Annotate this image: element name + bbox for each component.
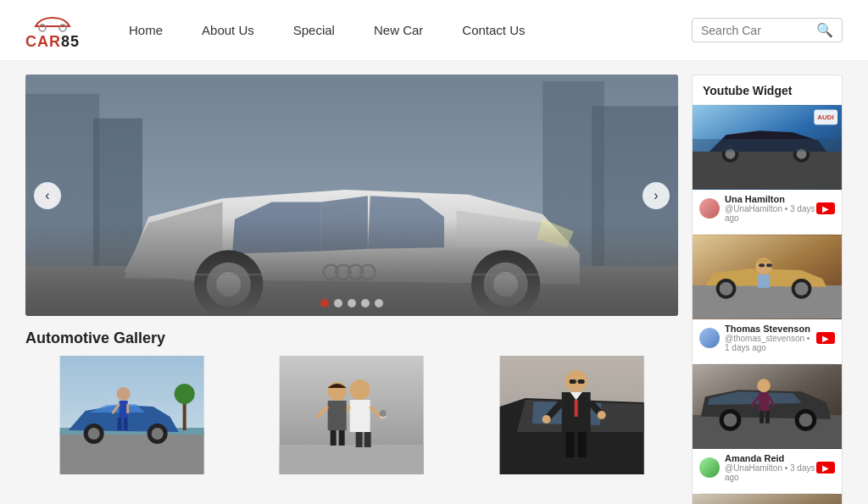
carousel: ‹ ›	[25, 75, 678, 316]
svg-rect-7	[25, 266, 678, 316]
right-column: Youtube Widget	[692, 75, 843, 504]
nav-special[interactable]: Special	[278, 16, 350, 44]
yt-user-info-3: Amanda Reid @UnaHamilton • 3 days ago	[699, 453, 816, 482]
youtube-widget-title: Youtube Widget	[693, 75, 842, 105]
nav-new-car[interactable]: New Car	[359, 16, 438, 44]
yt-entry-1: AUDI Una Hamilton @UnaHamilton • 3 days …	[693, 105, 842, 234]
yt-handle-1: @UnaHamilton • 3 days ago	[725, 204, 816, 223]
gallery-img-2	[245, 356, 458, 474]
svg-point-10	[216, 272, 241, 296]
carousel-prev-button[interactable]: ‹	[34, 182, 61, 209]
svg-point-86	[799, 413, 813, 427]
carousel-dots	[320, 299, 383, 307]
svg-rect-63	[693, 152, 842, 189]
carousel-dot-5[interactable]	[375, 299, 383, 307]
svg-point-87	[757, 379, 771, 392]
svg-point-35	[350, 379, 370, 400]
gallery-img-1	[25, 356, 238, 474]
yt-user-info-1: Una Hamilton @UnaHamilton • 3 days ago	[699, 194, 816, 223]
svg-point-14	[324, 265, 338, 280]
carousel-dot-2[interactable]	[334, 299, 342, 307]
svg-point-56	[597, 411, 605, 419]
svg-point-22	[88, 428, 100, 440]
yt-thumb-4-img	[693, 494, 842, 504]
svg-rect-72	[693, 285, 842, 319]
yt-handle-2: @thomas_stevenson • 1 days ago	[725, 334, 816, 352]
svg-rect-90	[765, 411, 770, 424]
yt-avatar-1	[699, 198, 720, 219]
svg-rect-38	[364, 432, 371, 447]
yt-thumb-1-img: AUDI	[693, 105, 842, 190]
gallery-item-1[interactable]	[25, 356, 238, 474]
yt-user-row-2: Thomas Stevenson @thomas_stevenson • 1 d…	[693, 319, 842, 357]
svg-point-16	[348, 265, 363, 280]
svg-rect-89	[760, 411, 764, 424]
svg-rect-37	[356, 432, 363, 447]
logo-car-svg	[27, 9, 78, 33]
yt-name-2: Thomas Stevenson	[725, 324, 816, 334]
svg-point-32	[175, 384, 195, 404]
carousel-image	[25, 75, 678, 316]
svg-rect-57	[565, 432, 574, 457]
nav-contact[interactable]: Contact Us	[447, 16, 540, 44]
svg-point-9	[207, 263, 251, 307]
main-nav: Home About Us Special New Car Contact Us	[114, 16, 692, 44]
carousel-dot-3[interactable]	[348, 299, 356, 307]
yt-name-3: Amanda Reid	[725, 453, 816, 463]
svg-rect-52	[574, 400, 577, 417]
svg-rect-43	[331, 430, 337, 446]
svg-rect-70	[693, 139, 842, 152]
header: CAR85 Home About Us Special New Car Cont…	[0, 0, 868, 61]
gallery-img-3	[465, 356, 678, 474]
svg-point-11	[471, 250, 540, 316]
svg-rect-19	[60, 432, 204, 474]
yt-thumb-3[interactable]	[693, 364, 842, 449]
carousel-dot-1[interactable]	[320, 299, 329, 307]
gallery-item-2[interactable]	[245, 356, 458, 474]
svg-rect-29	[118, 418, 122, 430]
svg-rect-59	[569, 379, 576, 384]
nav-home[interactable]: Home	[114, 16, 178, 44]
nav-about[interactable]: About Us	[186, 16, 270, 44]
svg-rect-79	[759, 263, 765, 267]
svg-point-48	[380, 410, 387, 417]
yt-thumb-1[interactable]: AUDI	[693, 105, 842, 190]
logo-icon: CAR85	[25, 9, 80, 51]
yt-thumb-4[interactable]	[693, 494, 842, 504]
svg-point-76	[795, 282, 809, 296]
search-button[interactable]: 🔍	[816, 22, 833, 38]
yt-avatar-3	[699, 457, 720, 478]
yt-thumb-2-img	[693, 235, 842, 319]
yt-user-row-3: Amanda Reid @UnaHamilton • 3 days ago ▶	[693, 449, 842, 486]
svg-point-84	[724, 413, 737, 427]
left-column: ‹ › Automotive Gallery	[25, 75, 678, 504]
search-area: 🔍	[692, 18, 843, 42]
svg-rect-4	[93, 119, 142, 315]
svg-point-25	[117, 387, 131, 401]
yt-subscribe-3[interactable]: ▶	[816, 462, 835, 474]
carousel-next-button[interactable]: ›	[643, 182, 670, 209]
svg-rect-3	[25, 94, 99, 316]
svg-rect-78	[758, 274, 770, 288]
yt-subscribe-2[interactable]: ▶	[816, 332, 835, 344]
gallery-title: Automotive Gallery	[25, 330, 678, 347]
carousel-dot-4[interactable]	[361, 299, 370, 307]
svg-rect-88	[759, 392, 769, 411]
yt-user-text-2: Thomas Stevenson @thomas_stevenson • 1 d…	[725, 324, 816, 352]
svg-point-74	[720, 282, 733, 296]
svg-point-17	[360, 265, 375, 280]
car-scene-svg	[25, 75, 678, 316]
yt-entry-4	[693, 494, 842, 504]
yt-entry-3: Amanda Reid @UnaHamilton • 3 days ago ▶	[693, 364, 842, 493]
gallery-item-3[interactable]	[465, 356, 678, 474]
svg-rect-34	[280, 445, 424, 474]
yt-thumb-2[interactable]	[693, 235, 842, 319]
yt-user-text-1: Una Hamilton @UnaHamilton • 3 days ago	[725, 194, 816, 223]
svg-rect-58	[577, 432, 586, 457]
yt-handle-3: @UnaHamilton • 3 days ago	[725, 463, 816, 482]
yt-user-text-3: Amanda Reid @UnaHamilton • 3 days ago	[725, 453, 816, 482]
logo-text: CAR85	[25, 33, 80, 51]
logo: CAR85	[25, 9, 80, 51]
search-input[interactable]	[701, 24, 811, 37]
yt-subscribe-1[interactable]: ▶	[816, 202, 835, 214]
